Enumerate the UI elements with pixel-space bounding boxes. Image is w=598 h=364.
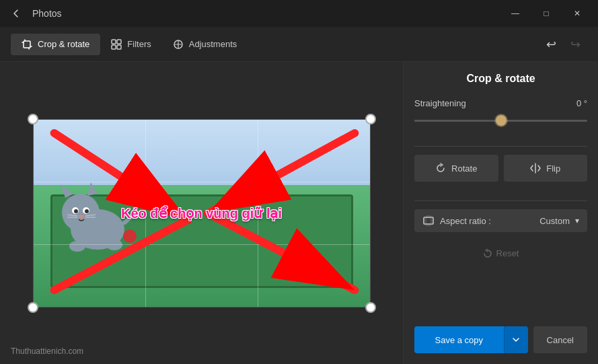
svg-point-21 bbox=[123, 229, 137, 243]
svg-point-20 bbox=[106, 240, 122, 250]
aspect-ratio-row[interactable]: Aspect ratio : Custom ▾ bbox=[414, 209, 587, 232]
save-dropdown-button[interactable] bbox=[504, 326, 528, 353]
minimize-button[interactable]: — bbox=[500, 3, 531, 24]
svg-rect-2 bbox=[117, 40, 121, 44]
crop-rotate-button[interactable]: Crop & rotate bbox=[11, 34, 100, 55]
instruction-text: Kéo để chọn vùng giữ lại bbox=[121, 205, 282, 221]
save-copy-button[interactable]: Save a copy bbox=[414, 326, 504, 353]
svg-point-13 bbox=[85, 209, 89, 213]
svg-marker-8 bbox=[61, 184, 74, 198]
cancel-button[interactable]: Cancel bbox=[533, 326, 587, 353]
slider-fill bbox=[414, 120, 501, 122]
watermark-text: Thuthuattienich.com bbox=[11, 347, 83, 356]
canvas-area: Kéo để chọn vùng giữ lại bbox=[0, 62, 403, 364]
reset-icon bbox=[483, 249, 492, 258]
main-content: Kéo để chọn vùng giữ lại bbox=[0, 62, 598, 364]
app-title: Photos bbox=[32, 8, 62, 19]
crop-icon bbox=[22, 39, 32, 50]
filters-button[interactable]: Filters bbox=[100, 34, 161, 55]
aspect-ratio-icon bbox=[422, 215, 435, 227]
svg-marker-9 bbox=[87, 182, 98, 196]
straightening-value: 0 ° bbox=[576, 98, 587, 108]
divider-1 bbox=[414, 146, 587, 147]
right-panel: Crop & rotate Straightening 0 ° bbox=[403, 62, 598, 364]
filters-icon bbox=[111, 39, 122, 50]
toolbar: Crop & rotate Filters Adjustments ↩ ↪ bbox=[0, 27, 598, 62]
handle-top-left[interactable] bbox=[28, 114, 38, 124]
back-button[interactable] bbox=[5, 3, 27, 24]
handle-bottom-left[interactable] bbox=[28, 302, 38, 313]
title-bar: Photos — □ ✕ bbox=[0, 0, 598, 27]
svg-rect-1 bbox=[112, 40, 116, 44]
image-display: Kéo để chọn vùng giữ lại bbox=[33, 119, 371, 307]
reset-row: Reset bbox=[414, 243, 587, 264]
adjustments-button[interactable]: Adjustments bbox=[162, 34, 248, 55]
close-button[interactable]: ✕ bbox=[562, 3, 593, 24]
straightening-slider[interactable] bbox=[414, 114, 587, 127]
rotate-icon bbox=[435, 163, 446, 174]
reset-button[interactable]: Reset bbox=[472, 243, 530, 264]
svg-point-12 bbox=[74, 209, 78, 213]
aspect-ratio-value: Custom bbox=[539, 216, 570, 226]
svg-point-19 bbox=[69, 241, 85, 252]
straightening-label: Straightening bbox=[414, 98, 466, 108]
save-dropdown-icon bbox=[513, 338, 519, 342]
undo-button[interactable]: ↩ bbox=[539, 32, 563, 57]
handle-top-right[interactable] bbox=[365, 114, 376, 124]
redo-button[interactable]: ↪ bbox=[563, 32, 587, 57]
flip-button[interactable]: Flip bbox=[504, 155, 588, 182]
straightening-label-row: Straightening 0 ° bbox=[414, 98, 587, 108]
scene: Kéo để chọn vùng giữ lại bbox=[34, 120, 370, 307]
panel-title: Crop & rotate bbox=[414, 73, 587, 85]
svg-rect-0 bbox=[24, 41, 30, 48]
slider-thumb[interactable] bbox=[496, 115, 507, 126]
svg-point-7 bbox=[62, 194, 100, 231]
slider-track bbox=[414, 120, 587, 122]
adjustments-icon bbox=[173, 39, 184, 50]
rotate-button[interactable]: Rotate bbox=[414, 155, 498, 182]
image-container[interactable]: Kéo để chọn vùng giữ lại bbox=[33, 119, 371, 307]
svg-rect-3 bbox=[112, 45, 116, 49]
svg-rect-4 bbox=[117, 45, 121, 49]
chevron-down-icon: ▾ bbox=[575, 216, 579, 225]
handle-bottom-right[interactable] bbox=[365, 302, 376, 313]
straightening-section: Straightening 0 ° bbox=[414, 98, 587, 127]
maximize-button[interactable]: □ bbox=[531, 3, 562, 24]
window-controls: — □ ✕ bbox=[500, 3, 593, 24]
flip-icon bbox=[530, 163, 541, 174]
bottom-actions: Save a copy Cancel bbox=[414, 326, 587, 353]
divider-2 bbox=[414, 201, 587, 201]
svg-rect-28 bbox=[424, 217, 433, 224]
rotate-flip-row: Rotate Flip bbox=[414, 155, 587, 182]
aspect-ratio-label: Aspect ratio : bbox=[440, 216, 539, 226]
svg-point-14 bbox=[79, 215, 84, 219]
